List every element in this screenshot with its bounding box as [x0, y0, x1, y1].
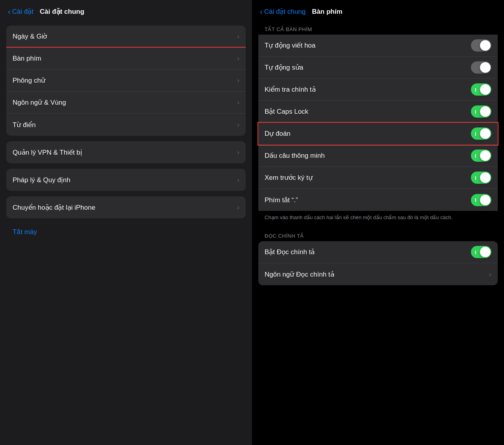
row-kiem-tra-chinh-ta[interactable]: Kiểm tra chính tả I: [258, 79, 498, 101]
toggle-knob-tu-dong-sua: [480, 62, 491, 73]
row-ngon-ngu-vung[interactable]: Ngôn ngữ & Vùng ›: [6, 92, 246, 114]
toggle-i-xem-truoc-icon: I: [475, 175, 476, 181]
toggle-i-bat-doc-icon: I: [475, 249, 476, 255]
label-du-doan: Dự đoán: [265, 129, 471, 138]
left-section-group2: Quản lý VPN & Thiết bị ›: [6, 141, 246, 163]
label-ngon-ngu-vung: Ngôn ngữ & Vùng: [13, 98, 237, 107]
left-panel: ‹ Cài đặt Cài đặt chung Ngày & Giờ › Bàn…: [0, 0, 252, 445]
label-phong-chu: Phông chữ: [13, 76, 237, 85]
left-header: ‹ Cài đặt Cài đặt chung: [0, 0, 252, 20]
section-doc-chinh-ta-label: ĐỌC CHÍNH TẢ: [252, 227, 504, 241]
row-phong-chu[interactable]: Phông chữ ›: [6, 70, 246, 92]
right-title: Bàn phím: [312, 8, 342, 16]
label-kiem-tra-chinh-ta: Kiểm tra chính tả: [265, 85, 471, 94]
left-back-chevron-icon: ‹: [8, 7, 11, 16]
toggle-bat-doc-chinh-ta[interactable]: I: [471, 246, 491, 258]
left-section-group4: Chuyển hoặc đặt lại iPhone ›: [6, 196, 246, 218]
toggle-i-phim-tat-icon: I: [475, 197, 476, 203]
toggle-knob-kiem-tra-chinh-ta: [480, 84, 491, 95]
chevron-ngon-ngu-vung-icon: ›: [237, 98, 239, 107]
row-du-doan[interactable]: Dự đoán I: [258, 123, 498, 145]
label-tu-dien: Từ điển: [13, 121, 237, 129]
label-phap-ly: Pháp lý & Quy định: [13, 176, 237, 184]
left-title: Cài đặt chung: [40, 7, 84, 16]
chevron-phap-ly-icon: ›: [237, 176, 239, 184]
row-bat-doc-chinh-ta[interactable]: Bật Đọc chính tả I: [258, 241, 498, 263]
label-tu-dong-viet-hoa: Tự động viết hoa: [265, 41, 471, 50]
chevron-ngon-ngu-doc-chinh-ta-icon: ›: [489, 270, 491, 279]
row-phap-ly[interactable]: Pháp lý & Quy định ›: [6, 169, 246, 191]
chevron-ngay-gio-icon: ›: [237, 32, 239, 41]
toggle-bat-caps-lock[interactable]: I: [471, 105, 491, 118]
left-back-button[interactable]: ‹ Cài đặt: [8, 7, 33, 16]
right-back-label[interactable]: Cài đặt chung: [264, 7, 306, 16]
row-tu-dong-sua[interactable]: Tự động sửa: [258, 57, 498, 79]
chevron-chuyen-dat-lai-icon: ›: [237, 203, 239, 212]
label-chuyen-dat-lai: Chuyển hoặc đặt lại iPhone: [13, 203, 237, 212]
label-tu-dong-sua: Tự động sửa: [265, 63, 471, 72]
label-quan-ly-vpn: Quản lý VPN & Thiết bị: [13, 148, 237, 157]
row-tu-dien[interactable]: Từ điển ›: [6, 114, 246, 136]
toggle-du-doan[interactable]: I: [471, 127, 491, 140]
label-ban-phim: Bàn phím: [13, 55, 237, 63]
toggle-kiem-tra-chinh-ta[interactable]: I: [471, 83, 491, 96]
chevron-ban-phim-icon: ›: [237, 54, 239, 63]
right-back-chevron-icon: ‹: [260, 7, 263, 16]
toggle-knob-xem-truoc-ky-tu: [480, 172, 491, 183]
label-ngon-ngu-doc-chinh-ta: Ngôn ngữ Đọc chính tả: [265, 270, 489, 279]
toggle-knob-dau-cau-thong-minh: [480, 150, 491, 161]
label-xem-truoc-ky-tu: Xem trước ký tự: [265, 174, 471, 182]
right-toggles-section: Tự động viết hoa Tự động sửa Kiểm tra ch…: [258, 35, 498, 211]
toggle-phim-tat[interactable]: I: [471, 194, 491, 206]
section-note-phim-tat: Chạm vào thanh dấu cách hai lần sẽ chèn …: [252, 211, 504, 227]
toggle-i-dau-cau-icon: I: [475, 153, 476, 159]
right-doc-chinh-ta-section: Bật Đọc chính tả I Ngôn ngữ Đọc chính tả…: [258, 241, 498, 285]
toggle-knob-bat-doc-chinh-ta: [480, 247, 491, 257]
row-xem-truoc-ky-tu[interactable]: Xem trước ký tự I: [258, 167, 498, 189]
row-ngon-ngu-doc-chinh-ta[interactable]: Ngôn ngữ Đọc chính tả ›: [258, 263, 498, 285]
toggle-i-icon: I: [475, 87, 476, 92]
toggle-knob-phim-tat: [480, 195, 491, 205]
chevron-quan-ly-vpn-icon: ›: [237, 148, 239, 157]
tat-may-button[interactable]: Tắt máy: [13, 228, 37, 236]
chevron-tu-dien-icon: ›: [237, 121, 239, 129]
label-bat-doc-chinh-ta: Bật Đọc chính tả: [265, 248, 471, 256]
row-chuyen-dat-lai[interactable]: Chuyển hoặc đặt lại iPhone ›: [6, 196, 246, 218]
chevron-phong-chu-icon: ›: [237, 76, 239, 85]
label-dau-cau-thong-minh: Dấu câu thông minh: [265, 151, 471, 160]
row-quan-ly-vpn[interactable]: Quản lý VPN & Thiết bị ›: [6, 141, 246, 163]
toggle-knob-tu-dong-viet-hoa: [480, 40, 491, 51]
row-tu-dong-viet-hoa[interactable]: Tự động viết hoa: [258, 35, 498, 57]
left-section-group3: Pháp lý & Quy định ›: [6, 169, 246, 191]
row-bat-caps-lock[interactable]: Bật Caps Lock I: [258, 101, 498, 123]
label-ngay-gio: Ngày & Giờ: [13, 32, 237, 41]
toggle-knob-bat-caps-lock: [480, 106, 491, 117]
toggle-tu-dong-viet-hoa[interactable]: [471, 39, 491, 52]
left-back-label[interactable]: Cài đặt: [12, 7, 33, 16]
section-all-keyboards-label: TẤT CẢ BÀN PHÍM: [252, 20, 504, 35]
row-dau-cau-thong-minh[interactable]: Dấu câu thông minh I: [258, 145, 498, 167]
toggle-knob-du-doan: [480, 128, 491, 139]
toggle-i-du-doan-icon: I: [475, 131, 476, 137]
row-phim-tat[interactable]: Phím tắt “.” I: [258, 189, 498, 211]
right-panel: ‹ Cài đặt chung Bàn phím TẤT CẢ BÀN PHÍM…: [252, 0, 504, 445]
label-bat-caps-lock: Bật Caps Lock: [265, 107, 471, 116]
right-header: ‹ Cài đặt chung Bàn phím: [252, 0, 504, 20]
toggle-xem-truoc-ky-tu[interactable]: I: [471, 172, 491, 184]
toggle-dau-cau-thong-minh[interactable]: I: [471, 150, 491, 162]
left-section-group1: Ngày & Giờ › Bàn phím › Phông chữ › Ngôn…: [6, 26, 246, 136]
label-phim-tat: Phím tắt “.”: [265, 196, 471, 204]
row-ngay-gio[interactable]: Ngày & Giờ ›: [6, 26, 246, 48]
row-ban-phim[interactable]: Bàn phím ›: [6, 48, 246, 70]
right-back-button[interactable]: ‹ Cài đặt chung: [260, 7, 306, 16]
toggle-tu-dong-sua[interactable]: [471, 61, 491, 74]
toggle-i-caps-icon: I: [475, 109, 476, 114]
